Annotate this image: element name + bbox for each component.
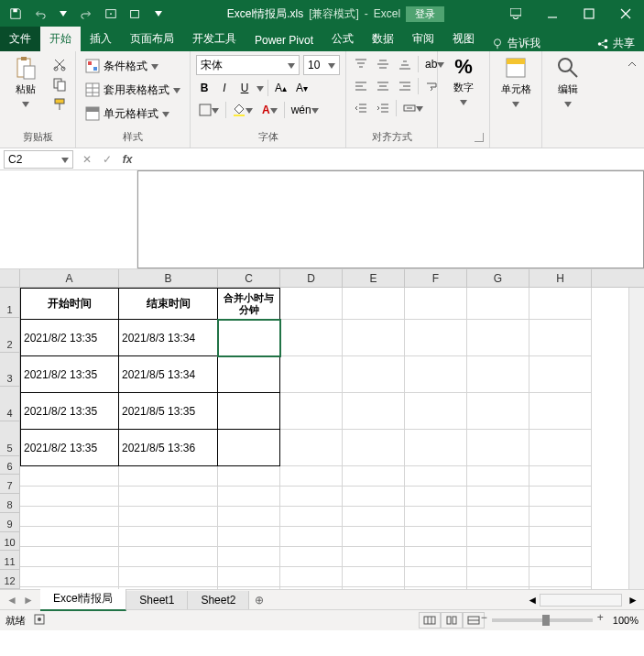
cell-B4[interactable]: 2021/8/5 13:35	[119, 393, 218, 430]
cell-D6[interactable]	[280, 466, 343, 487]
align-top-icon[interactable]	[352, 55, 370, 73]
cell-H5[interactable]	[529, 430, 592, 466]
cell-D12[interactable]	[280, 587, 343, 589]
cell-D2[interactable]	[280, 320, 343, 356]
column-header-B[interactable]: B	[119, 269, 218, 287]
align-middle-icon[interactable]	[374, 55, 392, 73]
cell-D5[interactable]	[280, 430, 343, 466]
phonetic-button[interactable]: wén	[289, 101, 322, 119]
row-header-1[interactable]: 1	[0, 288, 19, 318]
percent-style-button[interactable]: % 数字	[443, 55, 484, 107]
save-icon[interactable]	[5, 4, 26, 24]
cell-A5[interactable]: 2021/8/2 13:35	[20, 430, 119, 466]
cell-E2[interactable]	[343, 320, 405, 356]
add-sheet-icon[interactable]: ⊕	[249, 594, 269, 607]
italic-button[interactable]: I	[216, 79, 233, 97]
bold-button[interactable]: B	[196, 79, 213, 97]
column-header-G[interactable]: G	[467, 269, 529, 287]
undo-icon[interactable]	[29, 4, 49, 24]
collapse-ribbon-icon[interactable]	[624, 55, 640, 73]
cell-C10[interactable]	[218, 547, 280, 567]
cell-D4[interactable]	[280, 393, 343, 430]
font-name-combo[interactable]: 宋体	[196, 55, 300, 75]
cell-G4[interactable]	[467, 393, 529, 430]
normal-view-icon[interactable]	[419, 612, 441, 629]
format-as-table-button[interactable]: 套用表格格式	[82, 79, 184, 101]
tab-review[interactable]: 审阅	[403, 27, 443, 51]
decrease-indent-icon[interactable]	[352, 99, 370, 117]
cell-B5[interactable]: 2021/8/5 13:36	[119, 430, 218, 466]
decrease-font-icon[interactable]: A▾	[293, 79, 311, 97]
cell-F8[interactable]	[405, 507, 467, 527]
column-header-H[interactable]: H	[529, 269, 592, 287]
cell-G2[interactable]	[467, 320, 529, 356]
row-header-7[interactable]: 7	[0, 475, 19, 494]
tab-powerpivot[interactable]: Power Pivot	[246, 29, 322, 51]
cell-C1[interactable]: 合并小时与分钟	[218, 288, 280, 320]
cell-D8[interactable]	[280, 507, 343, 527]
cell-H2[interactable]	[529, 320, 592, 356]
row-header-12[interactable]: 12	[0, 570, 19, 589]
cell-H7[interactable]	[529, 487, 592, 507]
cell-A11[interactable]	[20, 567, 119, 587]
cell-F4[interactable]	[405, 393, 467, 430]
cell-G11[interactable]	[467, 567, 529, 587]
cell-H11[interactable]	[529, 567, 592, 587]
underline-button[interactable]: U	[236, 79, 253, 97]
cell-G6[interactable]	[467, 466, 529, 487]
cell-D3[interactable]	[280, 356, 343, 393]
cell-D11[interactable]	[280, 567, 343, 587]
undo-dropdown-icon[interactable]	[53, 4, 73, 24]
cell-styles-button[interactable]: 单元格样式	[82, 103, 184, 125]
cell-A10[interactable]	[20, 547, 119, 567]
align-center-icon[interactable]	[374, 77, 392, 95]
cell-C6[interactable]	[218, 466, 280, 487]
cell-C12[interactable]	[218, 587, 280, 589]
cell-F9[interactable]	[405, 527, 467, 547]
cell-C5[interactable]	[218, 430, 280, 466]
column-header-F[interactable]: F	[405, 269, 467, 287]
cell-B10[interactable]	[119, 547, 218, 567]
tab-data[interactable]: 数据	[363, 27, 403, 51]
column-header-A[interactable]: A	[20, 269, 119, 287]
row-header-8[interactable]: 8	[0, 494, 19, 513]
cell-B12[interactable]	[119, 587, 218, 589]
cell-A2[interactable]: 2021/8/2 13:35	[20, 320, 119, 356]
fill-color-button[interactable]	[230, 101, 256, 119]
dialog-launcher-icon[interactable]	[475, 133, 484, 142]
cell-A6[interactable]	[20, 466, 119, 487]
cell-B9[interactable]	[119, 527, 218, 547]
row-header-6[interactable]: 6	[0, 456, 19, 476]
format-painter-icon[interactable]	[49, 95, 70, 114]
enter-formula-icon[interactable]: ✓	[97, 149, 117, 169]
cell-G3[interactable]	[467, 356, 529, 393]
horizontal-scrollbar[interactable]	[540, 594, 622, 607]
cell-A7[interactable]	[20, 487, 119, 507]
insert-function-icon[interactable]: fx	[117, 149, 137, 169]
open-icon[interactable]	[125, 4, 145, 24]
shape-canvas[interactable]	[137, 170, 644, 268]
cell-G8[interactable]	[467, 507, 529, 527]
tab-file[interactable]: 文件	[0, 27, 40, 51]
cell-B6[interactable]	[119, 466, 218, 487]
cell-G7[interactable]	[467, 487, 529, 507]
share-button[interactable]: 共享	[587, 36, 644, 51]
redo-icon[interactable]	[77, 4, 97, 24]
sheet-nav-next-icon[interactable]: ►	[20, 592, 37, 608]
align-right-icon[interactable]	[396, 77, 414, 95]
align-left-icon[interactable]	[352, 77, 370, 95]
tell-me-search[interactable]: 告诉我	[484, 36, 548, 51]
cell-H6[interactable]	[529, 466, 592, 487]
cell-E12[interactable]	[343, 587, 405, 589]
vertical-scrollbar[interactable]	[628, 288, 644, 589]
font-size-combo[interactable]: 10	[303, 55, 340, 75]
select-all-corner[interactable]	[0, 269, 20, 287]
cell-F2[interactable]	[405, 320, 467, 356]
ribbon-options-icon[interactable]	[497, 0, 534, 27]
maximize-icon[interactable]	[571, 0, 607, 27]
row-header-11[interactable]: 11	[0, 551, 19, 570]
cell-B1[interactable]: 结束时间	[119, 288, 218, 320]
row-header-2[interactable]: 2	[0, 318, 19, 353]
find-select-button[interactable]: 编辑	[548, 55, 588, 109]
hscroll-right-icon[interactable]: ►	[628, 594, 639, 607]
